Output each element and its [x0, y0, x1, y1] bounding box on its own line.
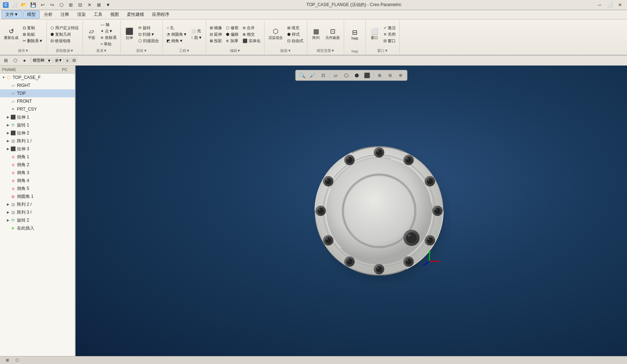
axis-btn[interactable]: — 轴 [99, 22, 118, 28]
tree-extrude2[interactable]: ▶ ⬛ 拉伸 2 [0, 129, 75, 137]
view-settings-btn[interactable]: ⚙ [396, 71, 406, 80]
viewport[interactable]: 🔍 🔎 ⊡ ▱ ⬡ ⬢ ⬛ ⊞ ⊟ ⚙ [76, 66, 627, 356]
shrink-wrap-btn[interactable]: ⊟ 收缩包络 [49, 38, 80, 44]
pattern3-expand[interactable]: ▶ [6, 210, 10, 214]
hole-btn[interactable]: ○ 孔 [165, 25, 188, 31]
view-shade3-btn[interactable]: ⬛ [362, 71, 372, 80]
tree-chamfer5[interactable]: ◈ 倒角 5 [0, 185, 75, 192]
plane-btn[interactable]: ▱ 平面 [85, 27, 98, 41]
minimize-btn[interactable]: ─ [595, 1, 604, 9]
activate-btn[interactable]: ✓ 激活 [382, 25, 397, 31]
regenerate-btn[interactable]: ↺ 重新生成 [2, 27, 20, 41]
csys-btn[interactable]: ⊕ 坐标系 [99, 35, 118, 41]
undo-btn[interactable]: ↩ [38, 1, 47, 9]
sweep-blend-btn[interactable]: ⬡ 扫描混合 [137, 38, 160, 44]
menu-flexible[interactable]: 柔性建模 [123, 11, 148, 18]
tree-front[interactable]: ▱ FRONT [0, 97, 75, 105]
zoom-out-btn[interactable]: 🔎 [308, 71, 318, 80]
point-btn[interactable]: ✦ 点▼ [99, 28, 118, 34]
hwp-btn[interactable]: ⊟ hwp [348, 28, 361, 41]
model-tree-settings[interactable]: ≡ [65, 58, 70, 63]
intersect-btn[interactable]: ⊗ 相交 [241, 31, 262, 37]
project-btn[interactable]: ⊠ 投影 [208, 38, 223, 44]
zoom-fit-btn[interactable]: ⊡ [318, 71, 328, 80]
menu-render[interactable]: 渲染 [74, 11, 89, 18]
trim-btn[interactable]: ⬡ 修剪 [224, 25, 240, 31]
save-btn[interactable]: 💾 [29, 1, 37, 9]
menu-view[interactable]: 视图 [107, 11, 123, 18]
tree-round1[interactable]: ◉ 倒圆角 1 [0, 192, 75, 200]
extrude2-expand[interactable]: ▶ [6, 131, 10, 135]
paste-btn[interactable]: ⊞ 粘贴 [21, 31, 44, 37]
sketch-btn[interactable]: ≈ 草绘 [99, 41, 118, 47]
tree-right[interactable]: ▱ RIGHT [0, 81, 75, 89]
tree-extrude1[interactable]: ▶ ⬛ 拉伸 1 [0, 113, 75, 121]
copy-geom-btn[interactable]: ⬢ 复制几何 [49, 31, 80, 37]
menu-model[interactable]: 模型 [23, 10, 40, 19]
solidify-btn[interactable]: ⬛ 实体化 [241, 38, 262, 44]
icon-grid-btn[interactable]: ⊞ [1, 57, 10, 65]
tree-chamfer2[interactable]: ◈ 倒角 2 [0, 161, 75, 169]
redo-btn[interactable]: ↪ [48, 1, 56, 9]
model-tree-filter[interactable]: ⊞▼ [54, 58, 64, 63]
revolve1-expand[interactable]: ▶ [6, 123, 10, 127]
pattern1-expand[interactable]: ▶ [6, 139, 10, 143]
model-tree-dropdown[interactable]: ▼ [46, 58, 53, 63]
status-icon1[interactable]: ⊞ [3, 356, 12, 364]
rib-btn[interactable]: ⫶ 筋▼ [190, 35, 204, 41]
tree-top[interactable]: ▱ TOP [0, 89, 75, 97]
menu-apps[interactable]: 应用程序 [148, 11, 173, 18]
pattern2-expand[interactable]: ▶ [6, 202, 10, 207]
model-tree-extra[interactable]: ⊟ [71, 58, 77, 63]
extend-btn[interactable]: ⊟ 延伸 [208, 31, 223, 37]
freestyle-btn[interactable]: ⊡ 自由式 [286, 38, 305, 44]
tree-extrude3[interactable]: ▶ ⬛ 拉伸 3 [0, 145, 75, 153]
tree-pattern1[interactable]: ▶ ▦ 阵列 1 / [0, 137, 75, 145]
view-shade-btn[interactable]: ⬡ [341, 71, 351, 80]
extrude1-expand[interactable]: ▶ [6, 115, 10, 119]
menu-tools[interactable]: 工具 [90, 11, 106, 18]
extra-btn1[interactable]: ⬡ [57, 1, 66, 9]
round-btn[interactable]: ◔ 倒圆角▼ [165, 31, 188, 37]
root-expand[interactable]: ▼ [1, 75, 6, 80]
menu-analyze[interactable]: 分析 [40, 11, 56, 18]
sweep-btn[interactable]: ⊡ 扫描▼ [137, 31, 160, 37]
tree-chamfer4[interactable]: ◈ 倒角 4 [0, 177, 75, 185]
extra-btn2[interactable]: ⊞ [66, 1, 75, 9]
new-btn[interactable]: ⬜ [10, 1, 19, 9]
icon-view2-btn[interactable]: ● [20, 57, 29, 65]
close-btn[interactable]: ✕ [615, 1, 624, 9]
extra-btn5[interactable]: ⊠ [94, 1, 103, 9]
fill-btn[interactable]: ⊞ 填充 [286, 25, 305, 31]
new-window-btn[interactable]: ⊟ 窗口 [382, 38, 397, 44]
chamfer-btn[interactable]: ◩ 倒角▼ [165, 38, 188, 44]
tree-csys[interactable]: ✦ PRT_CSY [0, 105, 75, 113]
revolve2-expand[interactable]: ▶ [6, 218, 10, 222]
tree-insert-here[interactable]: ➤ 在此插入 [0, 224, 75, 232]
view-persp-btn[interactable]: ⊞ [375, 71, 385, 80]
open-btn[interactable]: 📂 [19, 1, 28, 9]
shell-btn[interactable]: ⬜ 壳 [190, 28, 204, 34]
tree-revolve1[interactable]: ▶ ⟳ 旋转 1 [0, 121, 75, 129]
thicken-btn[interactable]: ⊕ 加厚 [224, 38, 240, 44]
status-icon2[interactable]: ⬡ [13, 356, 22, 364]
close-window-btn[interactable]: ✕ 关闭 [382, 31, 397, 37]
zoom-in-btn[interactable]: 🔍 [297, 71, 307, 80]
tree-root[interactable]: ▼ ⬡ TOP_CASE_F [0, 74, 75, 81]
offset-btn[interactable]: ⬢ 偏移 [224, 31, 240, 37]
tree-revolve2[interactable]: ▶ ⟳ 旋转 2 [0, 216, 75, 224]
maximize-btn[interactable]: ⬜ [605, 1, 614, 9]
view-shade2-btn[interactable]: ⬢ [352, 71, 362, 80]
style-btn[interactable]: ⬢ 样式 [286, 31, 305, 37]
mirror-btn[interactable]: ⊞ 镜像 [208, 25, 223, 31]
window-btn[interactable]: ⬜ 窗口 [368, 27, 381, 41]
tree-pattern2[interactable]: ▶ ▦ 阵列 2 / [0, 200, 75, 208]
tree-chamfer1[interactable]: ◈ 倒角 1 [0, 153, 75, 161]
extrude-btn[interactable]: ⬛ 拉伸 [123, 27, 136, 41]
tree-chamfer3[interactable]: ◈ 倒角 3 [0, 169, 75, 177]
view-orient-btn[interactable]: ⊟ [385, 71, 395, 80]
merge-btn[interactable]: ⊖ 合并 [241, 25, 262, 31]
extrude3-expand[interactable]: ▶ [6, 147, 10, 151]
extra-btn3[interactable]: ⊟ [76, 1, 84, 9]
icon-view1-btn[interactable]: ⬡ [11, 57, 19, 65]
